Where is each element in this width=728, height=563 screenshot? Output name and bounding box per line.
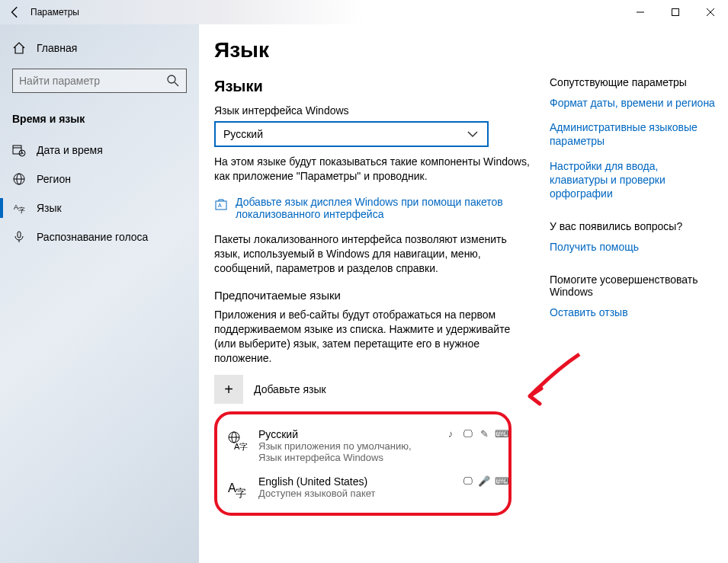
- nav-speech[interactable]: Распознавание голоса: [0, 222, 199, 251]
- arrow-left-icon: [8, 5, 22, 19]
- speech-icon: 🎤: [478, 475, 490, 487]
- related-link-date-format[interactable]: Формат даты, времени и региона: [550, 96, 717, 110]
- related-link-typing[interactable]: Настройки для ввода, клавиатуры и провер…: [550, 159, 717, 201]
- preferred-languages-description: Приложения и веб-сайты будут отображатьс…: [214, 308, 534, 366]
- language-subtitle: Язык приложения по умолчанию, Язык интер…: [258, 440, 434, 463]
- preferred-languages-title: Предпочитаемые языки: [214, 289, 534, 302]
- language-icon: A字: [12, 201, 26, 215]
- svg-line-10: [22, 153, 24, 154]
- svg-rect-16: [18, 232, 21, 238]
- minimize-icon: [637, 8, 644, 16]
- nav-date-time[interactable]: Дата и время: [0, 136, 199, 165]
- nav-label: Регион: [37, 173, 71, 185]
- sidebar: Главная Время и язык Дата и время Регион…: [0, 24, 199, 563]
- section-languages-title: Языки: [214, 78, 534, 95]
- link-text: Добавьте язык дисплея Windows при помощи…: [236, 196, 534, 220]
- display-icon: 🖵: [461, 428, 473, 440]
- language-capabilities: 🖵 🎤 ⌨: [461, 475, 507, 487]
- search-box[interactable]: [12, 69, 187, 93]
- store-icon: A: [214, 197, 228, 211]
- ui-language-description: На этом языке будут показываться такие к…: [214, 155, 534, 184]
- keyboard-icon: ⌨: [495, 475, 507, 487]
- language-globe-icon: A字: [226, 430, 248, 451]
- handwriting-icon: ✎: [478, 428, 490, 440]
- category-header: Время и язык: [0, 105, 199, 136]
- svg-point-4: [168, 75, 175, 83]
- dropdown-value: Русский: [223, 128, 263, 140]
- svg-line-5: [175, 82, 178, 86]
- close-icon: [707, 8, 714, 16]
- language-name: English (United States): [258, 475, 451, 488]
- feedback-link[interactable]: Оставить отзыв: [550, 305, 717, 319]
- svg-text:字: 字: [18, 206, 25, 214]
- questions-header: У вас появились вопросы?: [550, 220, 717, 232]
- language-subtitle: Доступен языковой пакет: [258, 488, 451, 499]
- add-display-language-link[interactable]: A Добавьте язык дисплея Windows при помо…: [214, 196, 534, 220]
- svg-text:A字: A字: [234, 442, 248, 451]
- nav-label: Дата и время: [37, 144, 103, 156]
- related-header: Сопутствующие параметры: [550, 76, 717, 88]
- globe-icon: [12, 172, 26, 186]
- close-button[interactable]: [693, 0, 728, 24]
- language-name: Русский: [258, 428, 434, 440]
- home-label: Главная: [37, 42, 77, 54]
- add-language-button[interactable]: + Добавьте язык: [214, 375, 534, 404]
- ui-language-dropdown[interactable]: Русский: [214, 121, 489, 147]
- nav-language[interactable]: A字 Язык: [0, 194, 199, 222]
- nav-region[interactable]: Регион: [0, 165, 199, 194]
- svg-rect-1: [672, 9, 679, 16]
- svg-rect-6: [13, 146, 21, 154]
- ui-language-label: Язык интерфейса Windows: [214, 104, 534, 117]
- window-title: Параметры: [30, 7, 79, 18]
- annotation-highlight: A字 Русский Язык приложения по умолчанию,…: [214, 411, 512, 516]
- home-icon: [12, 41, 26, 55]
- language-char-icon: A字: [226, 477, 248, 498]
- svg-text:字: 字: [236, 487, 246, 498]
- calendar-clock-icon: [12, 143, 26, 157]
- keyboard-icon: ⌨: [495, 428, 507, 440]
- lip-description: Пакеты локализованного интерфейса позвол…: [214, 232, 534, 276]
- search-input[interactable]: [19, 75, 166, 87]
- maximize-button[interactable]: [658, 0, 693, 24]
- feedback-header: Помогите усовершенствовать Windows: [550, 274, 717, 298]
- display-icon: 🖵: [461, 475, 473, 487]
- chevron-down-icon: [466, 127, 479, 141]
- add-language-label: Добавьте язык: [254, 383, 326, 395]
- maximize-icon: [672, 8, 679, 16]
- get-help-link[interactable]: Получить помощь: [550, 240, 717, 254]
- language-capabilities: ♪ 🖵 ✎ ⌨: [444, 428, 507, 440]
- nav-label: Распознавание голоса: [37, 231, 148, 243]
- microphone-icon: [12, 230, 26, 244]
- language-item-russian[interactable]: A字 Русский Язык приложения по умолчанию,…: [222, 422, 512, 469]
- search-icon: [166, 74, 180, 88]
- page-title: Язык: [214, 38, 534, 62]
- home-link[interactable]: Главная: [0, 35, 199, 61]
- related-link-admin-lang[interactable]: Административные языковые параметры: [550, 120, 717, 148]
- plus-icon: +: [214, 375, 243, 404]
- svg-text:A: A: [218, 203, 222, 208]
- language-item-english[interactable]: A字 English (United States) Доступен язык…: [222, 469, 512, 505]
- tts-icon: ♪: [444, 428, 457, 440]
- minimize-button[interactable]: [623, 0, 658, 24]
- nav-label: Язык: [37, 202, 62, 214]
- back-button[interactable]: [0, 0, 30, 24]
